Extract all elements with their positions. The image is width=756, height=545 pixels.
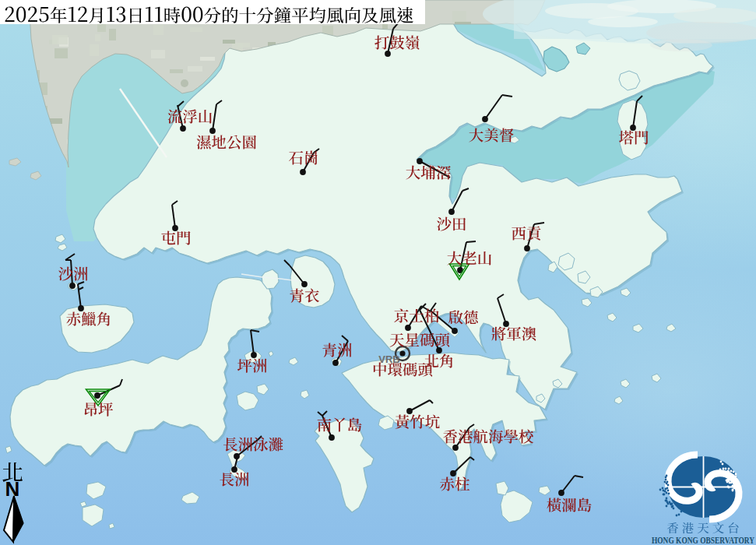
svg-text:VRB: VRB xyxy=(378,353,399,365)
svg-text:N: N xyxy=(5,477,20,501)
svg-text:HONG KONG OBSERVATORY: HONG KONG OBSERVATORY xyxy=(652,536,755,545)
